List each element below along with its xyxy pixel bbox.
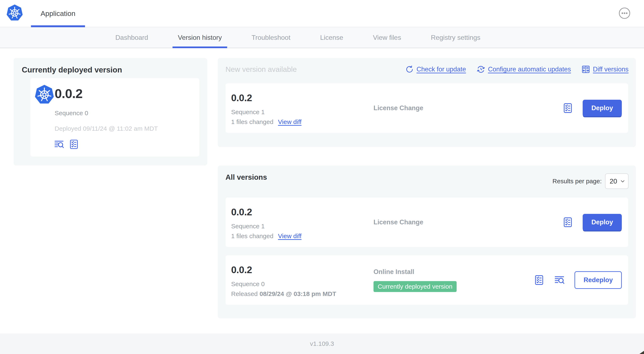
- version-source-label: License Change: [374, 218, 423, 226]
- check-for-update-label: Check for update: [417, 66, 466, 73]
- configure-automatic-updates-link[interactable]: Configure automatic updates: [476, 65, 571, 74]
- all-versions-title: All versions: [226, 173, 267, 181]
- view-logs-icon[interactable]: [54, 139, 65, 150]
- new-version-title: New version available: [226, 65, 297, 74]
- released-date: 08/29/24 @ 03:18 pm MDT: [260, 290, 336, 297]
- chevron-down-icon: [620, 178, 626, 184]
- files-changed-label: 1 files changed: [231, 232, 274, 240]
- diff-icon: [582, 65, 590, 74]
- cursor-artifact: [640, 351, 644, 354]
- deploy-button[interactable]: Deploy: [583, 214, 622, 231]
- tab-label: Dashboard: [115, 34, 148, 42]
- deployed-sequence: Sequence 0: [55, 110, 88, 117]
- new-version-row: 0.0.2 Sequence 1 1 files changed View di…: [226, 83, 628, 133]
- tab-view-files[interactable]: View files: [373, 27, 401, 48]
- tab-registry-settings[interactable]: Registry settings: [431, 27, 480, 48]
- files-changed-label: 1 files changed: [231, 118, 274, 126]
- configure-automatic-updates-label: Configure automatic updates: [488, 66, 571, 73]
- version-row-sequence-0: 0.0.2 Sequence 0 Released 08/29/24 @ 03:…: [226, 255, 628, 305]
- preflight-checklist-icon[interactable]: [562, 102, 574, 114]
- tab-troubleshoot[interactable]: Troubleshoot: [252, 27, 290, 48]
- currently-deployed-badge: Currently deployed version: [374, 281, 456, 292]
- overflow-menu-button[interactable]: [618, 7, 630, 19]
- version-sequence: Sequence 0: [231, 280, 336, 288]
- released-label: Released: [231, 290, 258, 297]
- tab-version-history[interactable]: Version history: [178, 27, 222, 48]
- app-tab-label: Application: [40, 10, 75, 18]
- top-header: Application: [0, 0, 644, 27]
- app-subnav: Dashboard Version history Troubleshoot L…: [0, 27, 644, 48]
- tab-label: View files: [373, 34, 401, 42]
- tab-label: License: [320, 34, 343, 42]
- clock-refresh-icon: [476, 65, 485, 74]
- version-number: 0.0.2: [231, 206, 302, 218]
- tab-label: Version history: [178, 34, 222, 42]
- results-per-page-select[interactable]: 20: [605, 173, 628, 189]
- tab-dashboard[interactable]: Dashboard: [115, 27, 148, 48]
- kubernetes-app-icon: [34, 84, 54, 105]
- redeploy-button[interactable]: Redeploy: [574, 271, 622, 289]
- console-version: v1.109.3: [310, 340, 334, 347]
- tab-license[interactable]: License: [320, 27, 343, 48]
- version-sequence: Sequence 1: [231, 109, 302, 116]
- currently-deployed-card: 0.0.2 Sequence 0 Deployed 09/11/24 @ 11:…: [30, 78, 199, 157]
- view-diff-link[interactable]: View diff: [278, 118, 302, 126]
- kubernetes-logo-icon: [6, 4, 23, 22]
- diff-versions-link[interactable]: Diff versions: [582, 65, 628, 74]
- view-diff-link[interactable]: View diff: [278, 232, 302, 240]
- version-sequence: Sequence 1: [231, 223, 302, 230]
- preflight-checklist-icon[interactable]: [562, 217, 574, 228]
- deployed-timestamp: Deployed 09/11/24 @ 11:02 am MDT: [55, 125, 158, 132]
- currently-deployed-panel: Currently deployed version 0.0.2 Sequenc…: [14, 58, 207, 165]
- version-row-sequence-1: 0.0.2 Sequence 1 1 files changed View di…: [226, 198, 628, 247]
- app-tab[interactable]: Application: [31, 0, 85, 27]
- preflight-checklist-icon[interactable]: [534, 274, 545, 286]
- preflight-checklist-icon[interactable]: [68, 139, 79, 150]
- deploy-button[interactable]: Deploy: [583, 100, 622, 117]
- version-number: 0.0.2: [231, 92, 302, 104]
- refresh-icon: [405, 65, 414, 74]
- all-versions-section: All versions Results per page: 20 0.0.2 …: [218, 165, 636, 318]
- results-per-page-value: 20: [610, 177, 617, 185]
- view-logs-icon[interactable]: [554, 274, 565, 286]
- currently-deployed-title: Currently deployed version: [22, 66, 122, 74]
- footer: v1.109.3: [0, 333, 644, 354]
- diff-versions-label: Diff versions: [593, 66, 628, 73]
- tab-label: Registry settings: [431, 34, 480, 42]
- version-number: 0.0.2: [231, 264, 336, 275]
- circled-ellipsis-icon: [618, 7, 630, 19]
- version-source-label: Online Install: [374, 268, 414, 276]
- deployed-version-number: 0.0.2: [55, 86, 82, 101]
- new-version-section: New version available Check for update C…: [218, 58, 636, 147]
- results-per-page-label: Results per page:: [552, 178, 602, 185]
- check-for-update-link[interactable]: Check for update: [405, 65, 466, 74]
- version-source-label: License Change: [374, 104, 423, 112]
- tab-label: Troubleshoot: [252, 34, 290, 42]
